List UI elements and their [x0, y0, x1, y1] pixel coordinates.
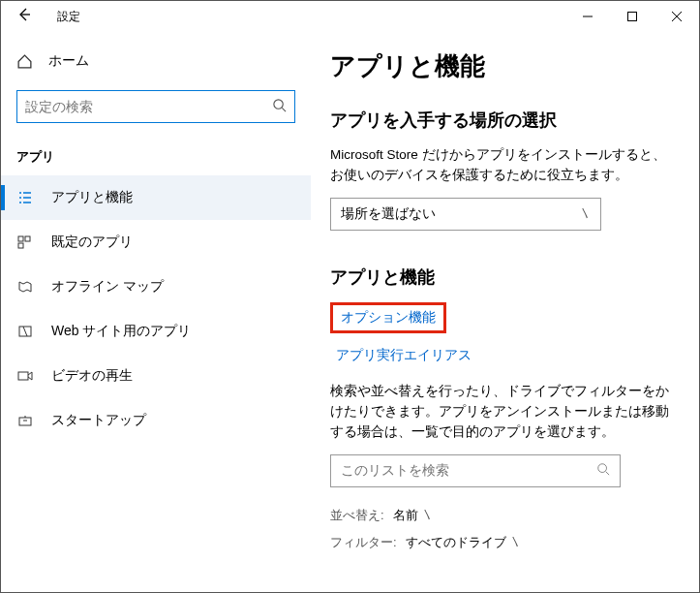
- sort-control[interactable]: 並べ替え: 名前 〵: [330, 507, 674, 524]
- search-icon: [272, 98, 287, 115]
- maximize-icon: [627, 12, 637, 21]
- svg-rect-6: [18, 236, 23, 241]
- source-select-value: 場所を選ばない: [341, 205, 436, 223]
- sidebar-item-startup[interactable]: スタートアップ: [1, 398, 311, 443]
- defaults-icon: [16, 234, 34, 250]
- video-icon: [16, 368, 34, 384]
- maximize-button[interactable]: [610, 1, 654, 32]
- svg-rect-1: [628, 13, 637, 21]
- optional-features-link[interactable]: オプション機能: [330, 302, 446, 333]
- filter-value: すべてのドライブ: [406, 535, 506, 549]
- map-icon: [16, 279, 34, 295]
- app-alias-link[interactable]: アプリ実行エイリアス: [336, 347, 472, 364]
- app-list-search-placeholder: このリストを検索: [341, 462, 449, 480]
- sidebar-item-label: スタートアップ: [51, 412, 146, 429]
- source-heading: アプリを入手する場所の選択: [330, 109, 674, 132]
- list-icon: [16, 190, 34, 205]
- chevron-down-icon: 〵: [422, 510, 433, 521]
- chevron-down-icon: 〵: [580, 208, 591, 220]
- svg-rect-7: [25, 236, 30, 241]
- search-icon: [596, 462, 610, 479]
- sidebar: ホーム アプリ アプリと機能 既定のアプリ オフライン マップ Web サイト用…: [1, 32, 311, 593]
- filter-label: フィルター:: [330, 535, 397, 549]
- sidebar-item-website-apps[interactable]: Web サイト用のアプリ: [1, 309, 311, 354]
- sidebar-item-default-apps[interactable]: 既定のアプリ: [1, 220, 311, 265]
- sidebar-section: アプリ: [1, 123, 311, 175]
- svg-rect-8: [18, 243, 23, 248]
- svg-rect-11: [19, 418, 31, 425]
- sidebar-item-video-playback[interactable]: ビデオの再生: [1, 354, 311, 398]
- home-button[interactable]: ホーム: [1, 42, 311, 80]
- content-pane: アプリと機能 アプリを入手する場所の選択 Microsoft Store だけか…: [311, 32, 699, 593]
- chevron-down-icon: 〵: [510, 537, 521, 548]
- back-button[interactable]: [9, 7, 40, 26]
- page-title: アプリと機能: [330, 49, 674, 83]
- svg-point-12: [598, 464, 607, 473]
- startup-icon: [16, 413, 34, 428]
- close-button[interactable]: [654, 1, 699, 32]
- svg-rect-10: [18, 372, 28, 380]
- source-select[interactable]: 場所を選ばない 〵: [330, 198, 601, 231]
- source-description: Microsoft Store だけからアプリをインストールすると、お使いのデバ…: [330, 145, 674, 186]
- sidebar-item-label: ビデオの再生: [51, 367, 133, 385]
- app-list-search[interactable]: このリストを検索: [330, 454, 621, 487]
- settings-search-input[interactable]: [25, 99, 272, 114]
- sidebar-item-label: アプリと機能: [51, 189, 133, 206]
- home-label: ホーム: [48, 52, 89, 70]
- minimize-icon: [583, 12, 593, 21]
- filter-control[interactable]: フィルター: すべてのドライブ 〵: [330, 534, 674, 551]
- sidebar-item-label: オフライン マップ: [51, 278, 164, 296]
- svg-line-5: [282, 108, 286, 111]
- window-title: 設定: [40, 9, 80, 25]
- sort-value: 名前: [393, 508, 418, 522]
- home-icon: [16, 53, 33, 70]
- sidebar-item-apps-features[interactable]: アプリと機能: [1, 175, 311, 220]
- website-icon: [16, 324, 34, 339]
- arrow-left-icon: [16, 7, 32, 22]
- svg-point-4: [274, 100, 283, 109]
- sidebar-item-offline-maps[interactable]: オフライン マップ: [1, 265, 311, 309]
- apps-heading: アプリと機能: [330, 265, 674, 289]
- titlebar: 設定: [1, 1, 699, 32]
- svg-line-13: [606, 472, 610, 476]
- minimize-button[interactable]: [565, 1, 610, 32]
- close-icon: [672, 12, 682, 21]
- settings-search[interactable]: [16, 90, 295, 123]
- apps-description: 検索や並べ替えを行ったり、ドライブでフィルターをかけたりできます。アプリをアンイ…: [330, 382, 674, 443]
- sort-label: 並べ替え:: [330, 508, 384, 522]
- sidebar-item-label: Web サイト用のアプリ: [51, 323, 191, 340]
- sidebar-item-label: 既定のアプリ: [51, 234, 133, 251]
